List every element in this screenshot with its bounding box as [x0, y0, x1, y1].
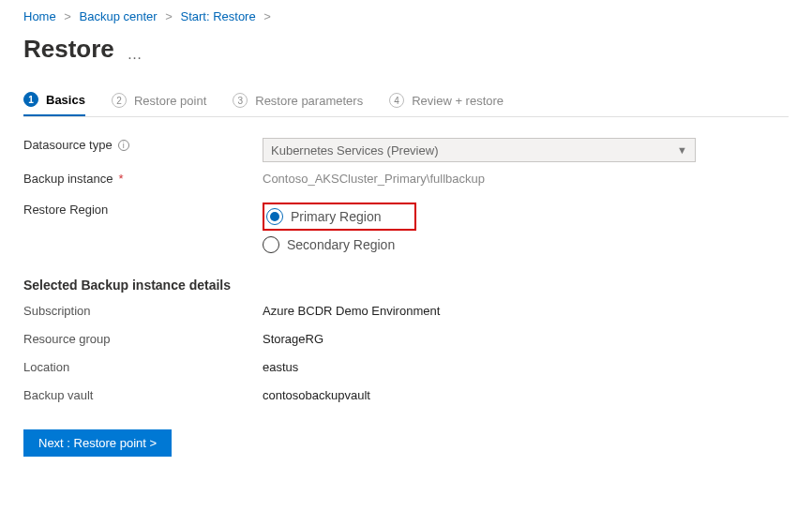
tab-number: 3	[233, 93, 248, 108]
wizard-tabs: 1 Basics 2 Restore point 3 Restore param…	[23, 92, 789, 117]
more-icon[interactable]: …	[127, 46, 142, 62]
radio-label: Secondary Region	[287, 237, 395, 252]
detail-label: Subscription	[23, 304, 263, 318]
breadcrumb-link-start-restore[interactable]: Start: Restore	[180, 9, 255, 23]
tab-number: 1	[23, 92, 38, 107]
tab-restore-parameters[interactable]: 3 Restore parameters	[233, 92, 363, 116]
breadcrumb: Home > Backup center > Start: Restore >	[23, 9, 789, 23]
chevron-down-icon: ▼	[677, 144, 687, 156]
tab-basics[interactable]: 1 Basics	[23, 92, 85, 116]
tab-label: Review + restore	[412, 94, 504, 108]
detail-label: Backup vault	[23, 388, 263, 402]
chevron-right-icon: >	[64, 9, 71, 23]
tab-number: 4	[389, 93, 404, 108]
backup-instance-value: Contoso_AKSCluster_Primary\fullbackup	[263, 172, 789, 186]
detail-label: Location	[23, 360, 263, 374]
tab-review-restore[interactable]: 4 Review + restore	[389, 92, 504, 116]
datasource-type-dropdown[interactable]: Kubernetes Services (Preview) ▼	[263, 138, 696, 162]
breadcrumb-link-home[interactable]: Home	[23, 9, 56, 23]
detail-row-resource-group: Resource group StorageRG	[23, 332, 789, 346]
radio-icon	[263, 236, 279, 253]
required-indicator: *	[118, 172, 123, 186]
datasource-type-label: Datasource type i	[23, 138, 263, 152]
next-button[interactable]: Next : Restore point >	[23, 429, 172, 457]
detail-label: Resource group	[23, 332, 263, 346]
info-icon[interactable]: i	[118, 140, 129, 151]
chevron-right-icon: >	[165, 9, 173, 23]
tab-label: Restore parameters	[255, 94, 363, 108]
detail-row-backup-vault: Backup vault contosobackupvault	[23, 388, 789, 402]
tab-label: Basics	[46, 93, 85, 107]
details-heading: Selected Backup instance details	[23, 278, 789, 293]
chevron-right-icon: >	[263, 9, 271, 23]
tab-restore-point[interactable]: 2 Restore point	[112, 92, 206, 116]
detail-row-subscription: Subscription Azure BCDR Demo Environment	[23, 304, 789, 318]
radio-primary-region[interactable]: Primary Region	[266, 208, 381, 225]
dropdown-value: Kubernetes Services (Preview)	[271, 143, 438, 158]
detail-row-location: Location eastus	[23, 360, 789, 374]
detail-value: eastus	[263, 360, 298, 374]
radio-icon	[266, 208, 283, 225]
detail-value: contosobackupvault	[263, 388, 370, 402]
backup-instance-label: Backup instance *	[23, 172, 263, 186]
restore-region-label: Restore Region	[23, 203, 263, 217]
radio-secondary-region[interactable]: Secondary Region	[263, 236, 789, 253]
tab-label: Restore point	[134, 94, 206, 108]
radio-label: Primary Region	[291, 209, 381, 224]
tab-number: 2	[112, 93, 127, 108]
highlight-box: Primary Region	[263, 203, 416, 231]
breadcrumb-link-backup-center[interactable]: Backup center	[80, 9, 158, 23]
detail-value: StorageRG	[263, 332, 323, 346]
page-title: Restore	[23, 35, 114, 64]
detail-value: Azure BCDR Demo Environment	[263, 304, 440, 318]
